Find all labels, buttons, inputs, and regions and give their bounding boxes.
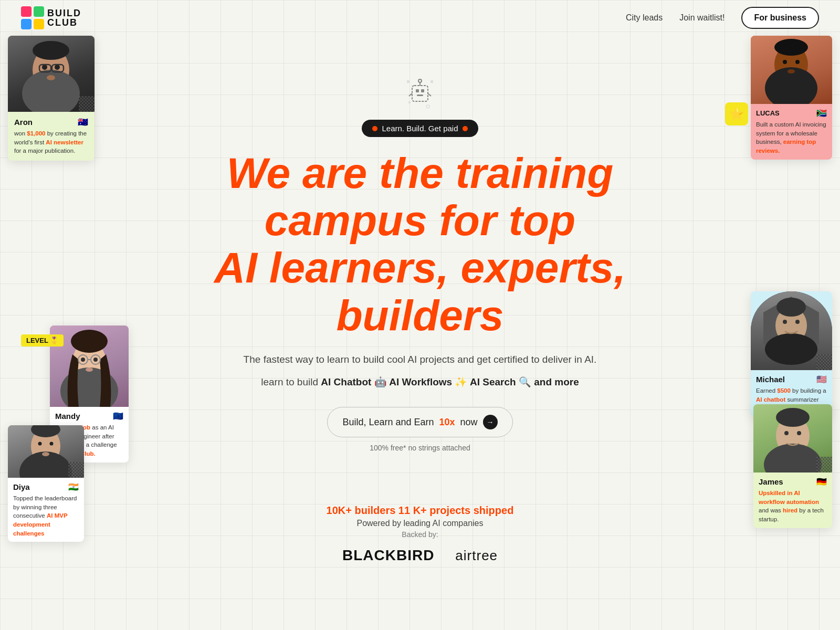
svg-point-17 bbox=[788, 69, 795, 74]
airtree-logo: airtree bbox=[455, 548, 498, 564]
robot-icon bbox=[407, 78, 433, 109]
svg-point-16 bbox=[795, 60, 800, 64]
svg-point-23 bbox=[795, 320, 800, 324]
lucas-card-body: LUCAS 🇿🇦 Built a custom AI invoicing sys… bbox=[751, 104, 832, 160]
james-card-body: James 🇩🇪 Upskilled in AI workflow automa… bbox=[753, 472, 832, 528]
pill-dot-right bbox=[463, 126, 468, 131]
cta-arrow-icon: → bbox=[483, 415, 498, 429]
stats-powered: Powered by leading AI companies bbox=[0, 519, 840, 528]
james-image bbox=[753, 404, 832, 472]
pill-dot bbox=[372, 126, 377, 131]
lucas-image bbox=[751, 36, 832, 104]
svg-point-56 bbox=[426, 105, 429, 108]
diya-mosaic bbox=[68, 462, 84, 478]
hero-title: We are the training campus for top AI le… bbox=[184, 150, 656, 339]
sponsors: BLACKBIRD airtree bbox=[0, 547, 840, 564]
svg-point-18 bbox=[774, 39, 808, 56]
stats-numbers: 10K+ builders 11 K+ projects shipped bbox=[0, 505, 840, 517]
svg-rect-53 bbox=[407, 80, 410, 83]
svg-rect-0 bbox=[21, 6, 32, 17]
aron-image bbox=[8, 36, 94, 112]
svg-point-6 bbox=[42, 65, 47, 70]
svg-point-43 bbox=[797, 431, 801, 435]
diya-card-body: Diya 🇮🇳 Topped the leaderboard by winnin… bbox=[8, 478, 84, 542]
aron-card-body: Aron 🇦🇺 won $1,000 by creating the world… bbox=[8, 112, 94, 161]
hero-subtitle: The fastest way to learn to build cool A… bbox=[242, 352, 598, 368]
svg-point-37 bbox=[50, 442, 54, 446]
svg-rect-48 bbox=[417, 94, 423, 96]
svg-point-41 bbox=[764, 444, 822, 472]
svg-point-29 bbox=[86, 368, 93, 372]
svg-rect-46 bbox=[416, 89, 419, 92]
svg-point-15 bbox=[783, 60, 787, 64]
svg-point-21 bbox=[765, 333, 817, 365]
bot-icon-area bbox=[10, 78, 830, 111]
svg-point-24 bbox=[776, 298, 806, 317]
svg-point-42 bbox=[784, 431, 789, 435]
card-james: James 🇩🇪 Upskilled in AI workflow automa… bbox=[753, 404, 832, 528]
svg-point-27 bbox=[81, 358, 85, 362]
svg-rect-3 bbox=[34, 19, 44, 29]
for-business-button[interactable]: For business bbox=[741, 7, 819, 29]
join-waitlist-link[interactable]: Join waitlist! bbox=[679, 13, 724, 23]
michael-mosaic bbox=[816, 354, 832, 370]
svg-rect-47 bbox=[421, 89, 424, 92]
nav-links: City leads Join waitlist! For business bbox=[626, 7, 819, 29]
pill-badge: Learn. Build. Get paid bbox=[362, 120, 478, 137]
logo-text: BUILD CLUB bbox=[47, 8, 81, 27]
blackbird-logo: BLACKBIRD bbox=[342, 547, 434, 564]
svg-point-30 bbox=[71, 330, 108, 353]
svg-rect-54 bbox=[430, 80, 433, 83]
stats-backed: Backed by: bbox=[0, 530, 840, 539]
svg-point-50 bbox=[418, 79, 422, 82]
svg-point-7 bbox=[55, 65, 60, 70]
free-text: 100% free* no strings attached bbox=[10, 444, 830, 452]
svg-point-44 bbox=[776, 408, 810, 427]
logo-icon bbox=[21, 6, 44, 29]
svg-rect-45 bbox=[412, 86, 428, 101]
card-michael: Michael 🇺🇸 Earned $500 by building a AI … bbox=[751, 291, 832, 417]
michael-image bbox=[751, 291, 832, 370]
city-leads-link[interactable]: City leads bbox=[626, 13, 663, 23]
svg-rect-2 bbox=[21, 19, 32, 29]
svg-rect-1 bbox=[34, 6, 44, 17]
stats-section: 10K+ builders 11 K+ projects shipped Pow… bbox=[0, 505, 840, 564]
level-badge: LEVEL 🎖️ bbox=[21, 334, 64, 346]
james-mosaic bbox=[816, 457, 832, 472]
svg-point-12 bbox=[33, 41, 69, 60]
card-lucas: LUCAS 🇿🇦 Built a custom AI invoicing sys… bbox=[751, 36, 832, 160]
svg-point-22 bbox=[783, 320, 787, 324]
logo[interactable]: BUILD CLUB bbox=[21, 6, 81, 29]
svg-point-8 bbox=[47, 75, 55, 80]
svg-point-36 bbox=[38, 442, 42, 446]
svg-point-28 bbox=[93, 358, 98, 362]
lucas-avatar-svg bbox=[751, 36, 832, 104]
aron-mosaic bbox=[79, 96, 94, 112]
svg-point-38 bbox=[42, 452, 49, 456]
card-diya: Diya 🇮🇳 Topped the leaderboard by winnin… bbox=[8, 425, 84, 542]
diya-image bbox=[8, 425, 84, 478]
navigation: BUILD CLUB City leads Join waitlist! For… bbox=[0, 0, 840, 36]
cta-button[interactable]: Build, Learn and Earn 10x now → bbox=[327, 407, 512, 437]
card-aron: Aron 🇦🇺 won $1,000 by creating the world… bbox=[8, 36, 94, 161]
star-badge: ⭐ bbox=[725, 102, 748, 125]
svg-rect-55 bbox=[408, 101, 411, 103]
hero-learn: learn to build AI Chatbot 🤖 AI Workflows… bbox=[10, 376, 830, 388]
